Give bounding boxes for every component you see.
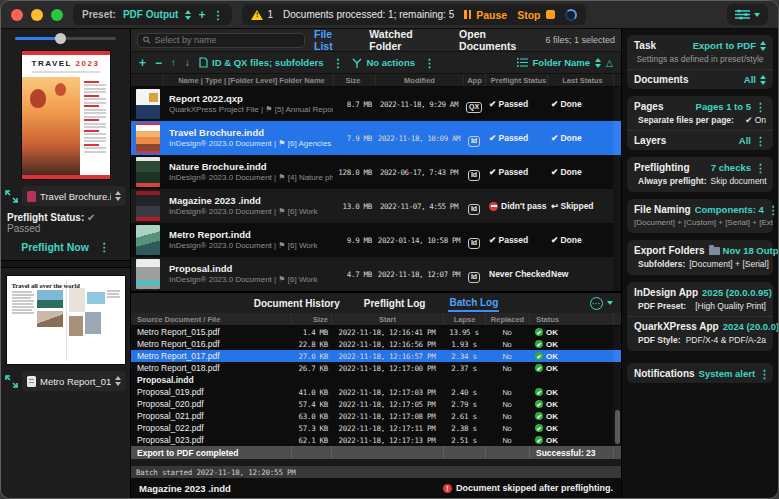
move-down-button[interactable]: ↓: [185, 58, 190, 68]
pause-button[interactable]: Pause: [464, 9, 507, 21]
view-options-button[interactable]: [727, 4, 768, 25]
log-size: 22.8 KB: [291, 340, 331, 349]
actions-button[interactable]: No actions: [352, 57, 415, 68]
zoom-window-button[interactable]: [51, 9, 63, 21]
file-row[interactable]: Proposal.inddInDesign® 2023.0 Document |…: [131, 257, 621, 291]
app-badge-id-icon: Id: [468, 272, 480, 283]
preset-stepper[interactable]: [185, 10, 191, 20]
tab-document-history[interactable]: Document History: [253, 295, 341, 311]
log-row[interactable]: Proposal_019.pdf41.0 KB2022-11-18, 12:17…: [131, 386, 621, 398]
column-last-status[interactable]: Last Status: [547, 74, 613, 86]
search-input[interactable]: [154, 35, 299, 45]
file-row[interactable]: Travel Brochure.inddInDesign® 2023.0 Doc…: [131, 121, 621, 155]
preset-select[interactable]: PDF Output: [123, 9, 179, 20]
minimize-window-button[interactable]: [31, 9, 43, 21]
preview-file-dropdown-1[interactable]: Travel Brochure.indd: [22, 186, 126, 206]
column-modified[interactable]: Modified: [375, 74, 463, 86]
file-stepper[interactable]: [115, 376, 121, 386]
file-row[interactable]: Nature Brochure.inddInDesign® 2023.0 Doc…: [131, 155, 621, 189]
remove-file-button[interactable]: −: [155, 57, 162, 69]
notifications-value[interactable]: System alert: [699, 368, 756, 379]
expand-preview-icon[interactable]: [5, 190, 18, 203]
log-column-status[interactable]: Status: [529, 313, 613, 325]
tab-preflight-log[interactable]: Preflight Log: [363, 295, 427, 311]
pages-menu-button[interactable]: ⋮: [755, 102, 766, 112]
notifications-menu-button[interactable]: ⋮: [759, 369, 770, 379]
preflighting-menu-button[interactable]: ⋮: [755, 163, 766, 173]
file-naming-value[interactable]: Components: 4: [695, 204, 764, 215]
log-row[interactable]: Proposal_021.pdf63.0 KB2022-11-18, 12:17…: [131, 410, 621, 422]
indesign-menu-button[interactable]: ⋮: [776, 288, 778, 298]
sort-stepper[interactable]: [595, 58, 601, 68]
preflight-status: ✔ Passed: [489, 167, 547, 177]
column-name[interactable]: Name | Type | [Folder Level] Folder Name: [163, 74, 333, 86]
log-row[interactable]: Metro Report_017.pdf27.0 KB2022-11-18, 1…: [131, 350, 621, 362]
log-column-lapse[interactable]: Lapse: [443, 313, 485, 325]
indesign-app-value[interactable]: 2025 (20.0.0.95): [702, 287, 772, 298]
documents-stepper[interactable]: [760, 75, 766, 85]
log-group-row[interactable]: Proposal.indd: [131, 374, 621, 386]
separate-files-value: ✔ On: [745, 115, 766, 125]
log-column-start[interactable]: Start: [331, 313, 443, 325]
add-preset-button[interactable]: +: [198, 9, 205, 21]
log-column-size[interactable]: Size: [291, 313, 331, 325]
log-options-icon[interactable]: ···: [590, 297, 603, 310]
close-window-button[interactable]: [11, 9, 23, 21]
log-lapse: 2.40 s: [443, 388, 485, 397]
actions-menu-button[interactable]: ⋮: [424, 58, 435, 68]
layers-menu-button[interactable]: ⋮: [755, 136, 766, 146]
log-row[interactable]: Metro Report_016.pdf22.8 KB2022-11-18, 1…: [131, 338, 621, 350]
move-up-button[interactable]: ↑: [171, 58, 176, 68]
column-app[interactable]: App: [463, 74, 485, 86]
sort-by-button[interactable]: Folder Name: [533, 57, 591, 68]
log-row[interactable]: Metro Report_018.pdf26.7 KB2022-11-18, 1…: [131, 362, 621, 374]
file-filter-button[interactable]: ID & QX files; subfolders: [199, 57, 323, 68]
file-row[interactable]: Report 2022.qxpQuarkXPress Project File …: [131, 87, 621, 121]
warning-icon[interactable]: [251, 10, 263, 20]
file-naming-menu-button[interactable]: ⋮: [768, 205, 778, 215]
preflighting-value[interactable]: 7 checks: [711, 162, 751, 173]
export-folder-value[interactable]: Nov 18 Output: [709, 245, 778, 256]
file-row[interactable]: Metro Report.inddInDesign® 2023.0 Docume…: [131, 223, 621, 257]
task-card: Task Export to PDF Settings as defined i…: [627, 35, 773, 89]
task-stepper[interactable]: [760, 41, 766, 51]
row-marker: [613, 121, 621, 155]
documents-select[interactable]: All: [744, 74, 756, 85]
tab-batch-log[interactable]: Batch Log: [448, 294, 499, 312]
file-row[interactable]: Magazine 2023 .inddInDesign® 2023.0 Docu…: [131, 189, 621, 223]
add-file-button[interactable]: +: [139, 57, 146, 69]
layers-value[interactable]: All: [739, 135, 751, 146]
column-preflight-status[interactable]: Preflight Status: [485, 74, 547, 86]
log-row[interactable]: Proposal_020.pdf57.4 KB2022-11-18, 12:17…: [131, 398, 621, 410]
log-row[interactable]: Metro Report_015.pdf1.4 MB2022-11-18, 12…: [131, 326, 621, 338]
file-size: 128.0 MB: [333, 168, 375, 177]
chevron-down-icon[interactable]: [607, 301, 613, 305]
ok-icon: ✔: [535, 412, 543, 420]
preview-file-dropdown-2[interactable]: Metro Report_017.pdf: [22, 371, 126, 391]
preflight-status: ✔ Passed: [489, 235, 547, 245]
filter-menu-button[interactable]: ⋮: [332, 58, 343, 68]
log-row[interactable]: Proposal_022.pdf57.3 KB2022-11-18, 12:17…: [131, 422, 621, 434]
log-size: 41.0 KB: [291, 388, 331, 397]
search-field[interactable]: [137, 33, 305, 48]
file-stepper[interactable]: [115, 191, 121, 201]
preview-zoom-slider[interactable]: [1, 29, 130, 47]
stop-button[interactable]: Stop: [517, 9, 554, 21]
log-row[interactable]: Proposal_023.pdf62.1 KB2022-11-18, 12:17…: [131, 434, 621, 446]
slider-knob[interactable]: [55, 33, 66, 44]
log-column-file[interactable]: Source Document / File: [131, 313, 291, 325]
sort-direction-icon[interactable]: △: [606, 58, 613, 68]
preflight-status-label: Preflight Status:: [7, 212, 84, 223]
pages-value[interactable]: Pages 1 to 5: [696, 101, 751, 112]
preflight-now-button[interactable]: Preflight Now: [21, 241, 89, 253]
expand-preview-icon[interactable]: [5, 375, 18, 388]
preset-menu-button[interactable]: ⋮: [212, 10, 223, 20]
task-select[interactable]: Export to PDF: [693, 40, 756, 51]
quark-app-value[interactable]: 2024 (20.0.0): [723, 321, 778, 332]
preflight-menu-button[interactable]: ⋮: [99, 242, 110, 252]
column-size[interactable]: Size: [333, 74, 375, 86]
log-column-replaced[interactable]: Replaced: [485, 313, 529, 325]
log-scrollbar[interactable]: [615, 410, 620, 444]
pages-card: Pages Pages 1 to 5 ⋮ Separate files per …: [627, 96, 773, 150]
actions-fork-icon: [352, 58, 362, 68]
